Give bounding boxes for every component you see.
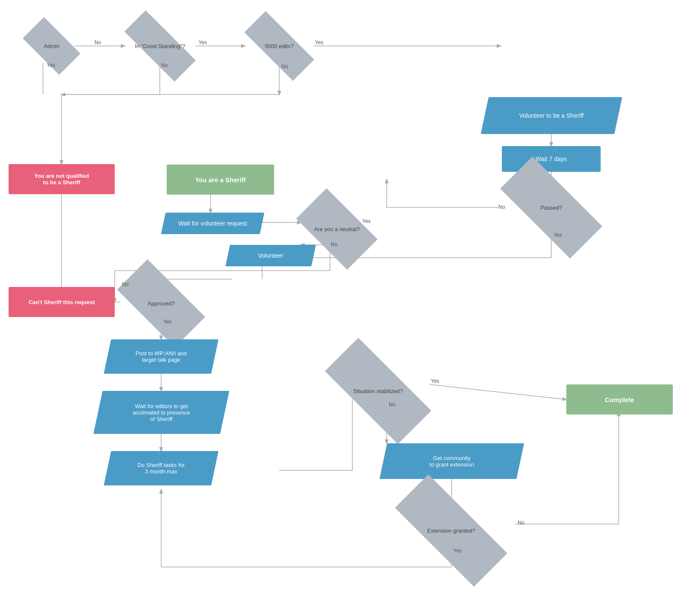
label-passed-yes: Yes [553,232,562,238]
volunteer-label: Volunteer [258,252,283,259]
complete-node: Complete [566,384,673,415]
neutral-label: Are you a neutral? [314,226,360,232]
situation-label: Situation stabilized? [353,388,403,394]
complete-label: Complete [605,396,634,403]
admin-diamond: Admin [26,31,77,61]
extension-label: Extension granted? [427,528,475,534]
post-wp-node: Post to WP:AN/I and target talk page [104,339,218,374]
label-approved-no: No [122,281,128,287]
wait-editors-inner: Wait for editors to get acclimated to pr… [98,391,225,434]
wait-volunteer-label: Wait for volunteer request [178,220,247,227]
label-neutral-yes: Yes [362,218,371,224]
approved-label: Approved? [148,300,175,307]
get-community-inner: Get community to grant extension [383,443,520,479]
volunteer-sheriff-node: Volunteer to be a Sheriff [481,97,622,134]
passed-diamond: Passed? [502,185,601,230]
label-passed-no: No [498,204,505,210]
wait-editors-node: Wait for editors to get acclimated to pr… [93,391,229,434]
label-admin-no: No [95,40,101,46]
do-sheriff-node: Do Sheriff tasks for 3 month max [104,451,218,485]
approved-diamond: Approved? [120,282,202,325]
good-standing-diamond: In "Good Standing"? [125,31,195,61]
label-neutral-no: No [331,241,337,247]
label-extension-yes: Yes [453,548,462,554]
edits-diamond: 5000 edits? [245,31,314,61]
not-qualified-node: You are not qualified to be a Sheriff [9,164,115,194]
volunteer-sheriff-inner: Volunteer to be a Sheriff [485,97,618,134]
do-sheriff-inner: Do Sheriff tasks for 3 month max [107,451,215,485]
admin-label: Admin [44,43,60,49]
you-are-sheriff-label: You are a Sheriff [195,176,246,183]
post-wp-label: Post to WP:AN/I and target talk page [135,350,186,363]
label-approved-yes: Yes [163,319,172,325]
wait7days-label: Wait 7 days [536,156,567,162]
wait-volunteer-node: Wait for volunteer request [161,213,265,234]
you-are-sheriff-node: You are a Sheriff [167,165,274,195]
label-edits-no: No [281,64,288,70]
do-sheriff-label: Do Sheriff tasks for 3 month max [137,462,185,475]
wait-editors-label: Wait for editors to get acclimated to pr… [133,403,190,422]
label-good-standing-no: No [161,62,168,68]
svg-line-32 [430,384,566,399]
label-extension-no: No [518,520,524,526]
cant-sheriff-label: Can't Sheriff this request [28,299,95,305]
wait7days-node: Wait 7 days [502,146,601,172]
extension-diamond: Extension granted? [395,507,507,554]
volunteer-inner: Volunteer [228,245,314,266]
not-qualified-label: You are not qualified to be a Sheriff [34,173,89,186]
volunteer-sheriff-label: Volunteer to be a Sheriff [519,112,584,119]
edits-label: 5000 edits? [265,43,293,49]
good-standing-label: In "Good Standing"? [135,43,186,49]
label-situation-yes: Yes [431,378,440,384]
flowchart: Admin In "Good Standing"? 5000 edits? Vo… [0,0,678,616]
wait-volunteer-inner: Wait for volunteer request [163,213,262,234]
label-admin-yes: Yes [47,62,55,68]
label-edits-yes: Yes [315,40,324,46]
get-community-node: Get community to grant extension [379,443,524,479]
cant-sheriff-node: Can't Sheriff this request [9,287,115,317]
get-community-label: Get community to grant extension [430,455,474,468]
volunteer-node: Volunteer [226,245,316,266]
situation-diamond: Situation stabilized? [327,367,430,415]
post-wp-inner: Post to WP:AN/I and target talk page [107,339,215,374]
label-situation-no: No [389,402,395,408]
label-good-standing-yes: Yes [199,40,207,46]
passed-label: Passed? [541,204,562,211]
